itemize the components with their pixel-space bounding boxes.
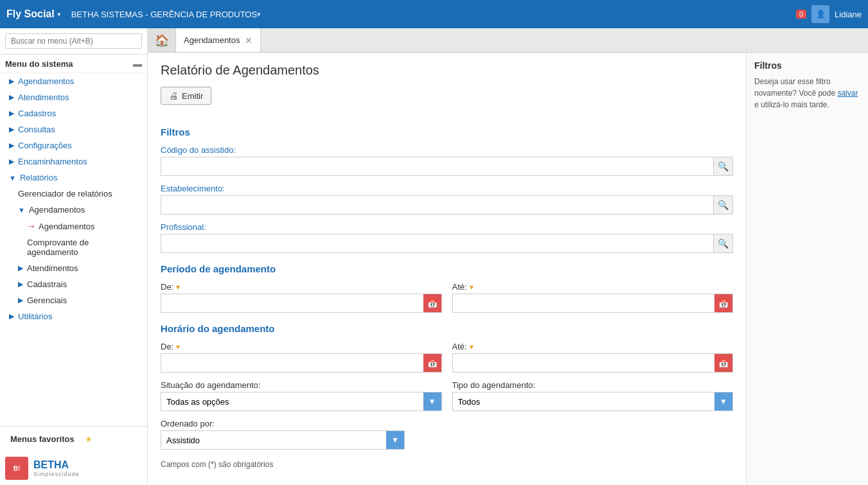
brand-name[interactable]: Fly Social xyxy=(6,8,55,20)
tipo-select-arrow[interactable]: ▼ xyxy=(714,392,732,410)
sidebar-item-utilitarios[interactable]: ▶ Utilitários xyxy=(0,308,147,324)
page-area: Relatório de Agendamentos 🖨 Emitir Filtr… xyxy=(148,53,868,485)
situacao-select-group: Todas as opções ▼ xyxy=(161,392,442,411)
sidebar-item-consultas[interactable]: ▶ Consultas xyxy=(0,121,147,137)
emitir-button[interactable]: 🖨 Emitir xyxy=(161,87,211,105)
horario-ate-input[interactable] xyxy=(453,355,715,371)
sidebar-item-agendamentos[interactable]: ▶ Agendamentos xyxy=(0,73,147,89)
horario-de-text: De: xyxy=(161,342,173,351)
periodo-ate-label: Até: ▾ xyxy=(452,282,734,292)
sidebar-item-cadastrais[interactable]: ▶ Cadastrais xyxy=(0,276,147,292)
brand-arrow[interactable]: ▾ xyxy=(57,10,61,19)
horario-row: De: ▾ 📅 Até: ▾ xyxy=(161,342,733,373)
horario-de-label: De: ▾ xyxy=(161,342,442,351)
periodo-ate-field: Até: ▾ 📅 xyxy=(452,282,734,313)
betha-text-group: BETHA Simplescidade xyxy=(33,459,80,477)
codigo-assistido-row: Código do assistido: 🔍 xyxy=(161,145,733,176)
periodo-de-calendar-icon[interactable]: 📅 xyxy=(423,294,441,312)
notification-badge[interactable]: 0 xyxy=(796,10,806,19)
ate-info-icon: ▾ xyxy=(470,283,474,292)
tipo-field: Tipo do agendamento: Todos ▼ xyxy=(452,380,734,411)
situacao-select-arrow[interactable]: ▼ xyxy=(423,392,441,410)
expand-arrow: ▶ xyxy=(9,77,14,85)
periodo-de-field: De: ▾ 📅 xyxy=(161,282,442,313)
betha-icon-letter: B! xyxy=(13,465,21,472)
horario-ate-calendar-icon[interactable]: 📅 xyxy=(714,354,732,372)
periodo-ate-input-group: 📅 xyxy=(452,294,734,313)
expand-arrow: ▶ xyxy=(9,109,14,118)
ordenado-select[interactable]: Assistido xyxy=(161,432,386,448)
sidebar-item-label: Gerenciador de relatórios xyxy=(18,189,112,198)
sidebar-item-atendimentos-sub[interactable]: ▶ Atendimentos xyxy=(0,260,147,276)
tipo-label: Tipo do agendamento: xyxy=(452,380,734,390)
sidebar-item-label: Atendimentos xyxy=(18,93,69,102)
expand-arrow: ▼ xyxy=(18,206,25,214)
search-input[interactable] xyxy=(5,33,142,49)
periodo-de-input[interactable] xyxy=(161,295,423,312)
menu-header-label: Menu do sistema xyxy=(5,59,73,69)
estabelecimento-search-icon[interactable]: 🔍 xyxy=(713,196,732,214)
codigo-search-icon[interactable]: 🔍 xyxy=(713,157,732,175)
betha-icon: B! xyxy=(5,457,28,480)
home-tab[interactable]: 🏠 xyxy=(148,28,176,52)
collapse-icon[interactable]: ▬ xyxy=(133,58,142,69)
situacao-select[interactable]: Todas as opções xyxy=(161,394,423,410)
nav-right: 0 👤 Lidiane xyxy=(796,5,862,23)
de-info-icon: ▾ xyxy=(176,283,180,292)
betha-sub-text: Simplescidade xyxy=(33,471,80,477)
periodo-ate-input[interactable] xyxy=(453,295,715,312)
sidebar-item-comprovante[interactable]: Comprovante de agendamento xyxy=(0,234,147,260)
active-arrow-icon: → xyxy=(27,221,36,231)
sidebar-item-label: Consultas xyxy=(18,125,55,134)
page-main: Relatório de Agendamentos 🖨 Emitir Filtr… xyxy=(148,53,746,485)
top-navbar: Fly Social ▾ BETHA SISTEMAS - GERÊNCIA D… xyxy=(0,0,868,28)
periodo-row: De: ▾ 📅 Até: ▾ xyxy=(161,282,733,313)
sidebar-item-label: Cadastrais xyxy=(27,279,67,289)
sidebar-item-configuracoes[interactable]: ▶ Configurações xyxy=(0,137,147,154)
menus-favoritos-bar: Menus favoritos ★ xyxy=(0,426,147,452)
sidebar-item-cadastros[interactable]: ▶ Cadastros xyxy=(0,105,147,121)
star-icon[interactable]: ★ xyxy=(85,434,93,444)
tab-close-icon[interactable]: ✕ xyxy=(245,35,252,46)
sidebar-item-atendimentos[interactable]: ▶ Atendimentos xyxy=(0,89,147,105)
horario-de-info-icon: ▾ xyxy=(176,342,180,351)
sidebar-item-label: Cadastros xyxy=(18,109,56,118)
sidebar-item-agendamentos-active[interactable]: → Agendamentos xyxy=(0,218,147,234)
horario-ate-field: Até: ▾ 📅 xyxy=(452,342,734,373)
sidebar-item-encaminhamentos[interactable]: ▶ Encaminhamentos xyxy=(0,154,147,170)
profissional-search-icon[interactable]: 🔍 xyxy=(713,234,732,252)
horario-de-calendar-icon[interactable]: 📅 xyxy=(423,354,441,372)
sidebar-item-relatorios[interactable]: ▼ Relatórios xyxy=(0,170,147,186)
tab-agendamentos[interactable]: Agendamentos ✕ xyxy=(176,28,261,52)
mandatory-note: Campos com (*) são obrigatórios xyxy=(161,460,733,469)
nav-menu-label[interactable]: BETHA SISTEMAS - GERÊNCIA DE PRODUTOS xyxy=(71,10,257,19)
estabelecimento-input[interactable] xyxy=(161,197,713,213)
nav-menu-arrow[interactable]: ▾ xyxy=(257,10,261,19)
situacao-field: Situação do agendamento: Todas as opções… xyxy=(161,380,442,411)
estabelecimento-label: Estabelecimento: xyxy=(161,184,733,193)
ordenado-select-arrow[interactable]: ▼ xyxy=(386,431,404,449)
tabs-bar: 🏠 Agendamentos ✕ xyxy=(148,28,868,53)
sidebar-item-gerenciador[interactable]: Gerenciador de relatórios xyxy=(0,186,147,202)
sidebar-right-text: Deseja usar esse filtro novamente? Você … xyxy=(754,76,860,110)
situacao-label: Situação do agendamento: xyxy=(161,380,442,390)
sidebar-item-label: Agendamentos xyxy=(18,76,74,86)
save-filter-link[interactable]: salvar xyxy=(837,89,858,98)
sidebar-search-container xyxy=(0,28,147,55)
main-content: 🏠 Agendamentos ✕ Relatório de Agendament… xyxy=(148,28,868,485)
expand-arrow: ▶ xyxy=(9,157,14,166)
filter-text-after: e utilizá-lo mais tarde. xyxy=(754,100,829,109)
sidebar-item-label: Comprovante de agendamento xyxy=(27,238,142,257)
periodo-ate-calendar-icon[interactable]: 📅 xyxy=(714,294,732,312)
sidebar-item-agendamentos-sub[interactable]: ▼ Agendamentos xyxy=(0,202,147,218)
tipo-select[interactable]: Todos xyxy=(453,394,715,410)
sidebar: Menu do sistema ▬ ▶ Agendamentos ▶ Atend… xyxy=(0,28,148,485)
profissional-input[interactable] xyxy=(161,236,713,252)
sidebar-item-label: Atendimentos xyxy=(27,263,78,273)
codigo-assistido-input[interactable] xyxy=(161,159,713,175)
sidebar-item-label: Agendamentos xyxy=(39,222,94,231)
username-label: Lidiane xyxy=(835,10,862,19)
horario-ate-text: Até: xyxy=(452,342,467,351)
horario-de-input[interactable] xyxy=(161,355,423,371)
sidebar-item-gerenciais[interactable]: ▶ Gerenciais xyxy=(0,292,147,308)
